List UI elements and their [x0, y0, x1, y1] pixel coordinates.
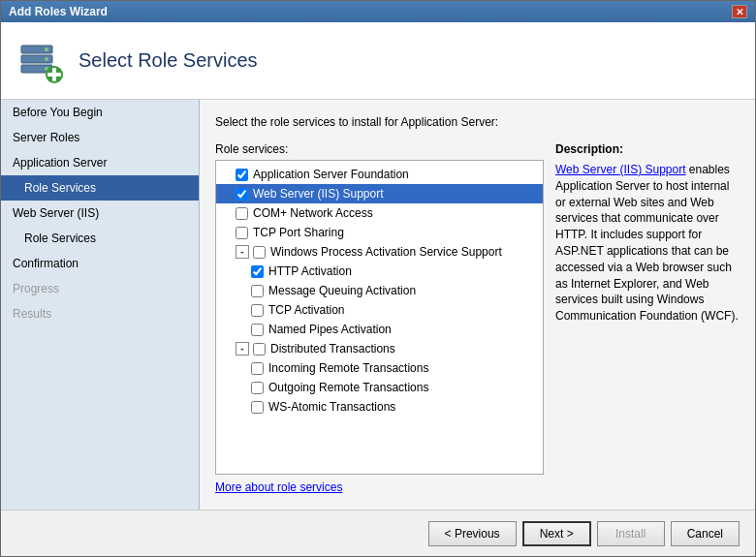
tree-toggle-distributed[interactable]: - — [236, 342, 249, 356]
role-services-label: Role services: — [215, 142, 544, 156]
description-text: Web Server (IIS) Support enables Applica… — [555, 162, 740, 325]
main-content: Before You Begin Server Roles Applicatio… — [1, 100, 755, 510]
list-item-named-pipes[interactable]: Named Pipes Activation — [216, 320, 543, 339]
sidebar-item-results: Results — [1, 301, 199, 326]
svg-point-4 — [45, 57, 48, 61]
label-http-activation: HTTP Activation — [268, 263, 352, 280]
list-item-web-server-iis-support[interactable]: Web Server (IIS) Support — [216, 184, 543, 203]
page-title: Select Role Services — [79, 49, 258, 72]
checkbox-windows-process-activation[interactable] — [253, 246, 266, 259]
sidebar-item-web-server-iis[interactable]: Web Server (IIS) — [1, 201, 199, 226]
list-item-distributed-transactions[interactable]: - Distributed Transactions — [216, 339, 543, 358]
description-label: Description: — [555, 142, 740, 156]
label-outgoing-remote: Outgoing Remote Transactions — [268, 379, 428, 396]
header-panel: Select Role Services — [1, 22, 755, 100]
sidebar-item-before-you-begin[interactable]: Before You Begin — [1, 100, 199, 125]
label-message-queuing: Message Queuing Activation — [268, 282, 416, 299]
title-bar: Add Roles Wizard ✕ — [1, 1, 755, 22]
add-roles-wizard-window: Add Roles Wizard ✕ Select Role Services — [0, 0, 756, 557]
checkbox-app-server-foundation[interactable] — [236, 169, 248, 181]
sidebar-item-server-roles[interactable]: Server Roles — [1, 125, 199, 150]
checkbox-com-network-access[interactable] — [236, 207, 248, 220]
list-item-app-server-foundation[interactable]: Application Server Foundation — [216, 165, 543, 184]
close-button[interactable]: ✕ — [732, 5, 747, 18]
checkbox-named-pipes[interactable] — [251, 324, 264, 336]
list-item-com-network-access[interactable]: COM+ Network Access — [216, 203, 543, 223]
previous-button[interactable]: < Previous — [428, 521, 517, 546]
content-split: Role services: Application Server Founda… — [215, 142, 740, 494]
role-services-list[interactable]: Application Server Foundation Web Server… — [215, 160, 544, 475]
sidebar-item-role-services-2[interactable]: Role Services — [1, 226, 199, 251]
window-title: Add Roles Wizard — [9, 5, 108, 18]
list-item-tcp-port-sharing[interactable]: TCP Port Sharing — [216, 223, 543, 242]
install-button[interactable]: Install — [597, 521, 665, 546]
checkbox-outgoing-remote[interactable] — [251, 382, 264, 394]
next-button[interactable]: Next > — [522, 521, 591, 546]
label-tcp-port-sharing: TCP Port Sharing — [253, 224, 344, 241]
wizard-icon — [16, 37, 65, 85]
checkbox-tcp-port-sharing[interactable] — [236, 227, 248, 239]
sidebar-item-application-server[interactable]: Application Server — [1, 150, 199, 175]
checkbox-web-server-iis-support[interactable] — [236, 188, 248, 201]
checkbox-message-queuing[interactable] — [251, 285, 264, 297]
list-item-outgoing-remote[interactable]: Outgoing Remote Transactions — [216, 378, 543, 397]
svg-rect-8 — [47, 73, 61, 77]
cancel-button[interactable]: Cancel — [671, 521, 740, 546]
label-tcp-activation: TCP Activation — [268, 301, 344, 319]
label-com-network-access: COM+ Network Access — [253, 204, 373, 222]
sidebar-item-role-services[interactable]: Role Services — [1, 175, 199, 201]
more-about-role-services-link[interactable]: More about role services — [215, 480, 544, 494]
description-body: enables Application Server to host inter… — [555, 163, 739, 323]
label-distributed-transactions: Distributed Transactions — [270, 340, 395, 357]
label-web-server-iis-support: Web Server (IIS) Support — [253, 185, 384, 202]
label-app-server-foundation: Application Server Foundation — [253, 166, 409, 183]
list-item-incoming-remote[interactable]: Incoming Remote Transactions — [216, 358, 543, 378]
footer: < Previous Next > Install Cancel — [1, 510, 755, 556]
list-item-message-queuing[interactable]: Message Queuing Activation — [216, 281, 543, 300]
label-ws-atomic: WS-Atomic Transactions — [268, 398, 395, 416]
sidebar-item-progress: Progress — [1, 276, 199, 301]
description-link[interactable]: Web Server (IIS) Support — [555, 163, 686, 176]
svg-point-3 — [45, 47, 48, 51]
label-named-pipes: Named Pipes Activation — [268, 321, 392, 338]
list-item-windows-process-activation[interactable]: - Windows Process Activation Service Sup… — [216, 242, 543, 262]
checkbox-ws-atomic[interactable] — [251, 401, 264, 414]
checkbox-tcp-activation[interactable] — [251, 304, 264, 317]
checkbox-incoming-remote[interactable] — [251, 362, 264, 375]
select-instruction: Select the role services to install for … — [215, 115, 740, 129]
sidebar-item-confirmation[interactable]: Confirmation — [1, 251, 199, 276]
server-add-icon — [17, 38, 64, 84]
label-windows-process-activation: Windows Process Activation Service Suppo… — [270, 243, 502, 261]
checkbox-distributed-transactions[interactable] — [253, 343, 266, 356]
sidebar: Before You Begin Server Roles Applicatio… — [1, 100, 200, 510]
content-area: Select the role services to install for … — [200, 100, 755, 510]
content-description-top: Select the role services to install for … — [215, 115, 740, 135]
checkbox-http-activation[interactable] — [251, 265, 264, 278]
label-incoming-remote: Incoming Remote Transactions — [268, 359, 428, 377]
description-panel: Description: Web Server (IIS) Support en… — [555, 142, 740, 494]
list-item-ws-atomic[interactable]: WS-Atomic Transactions — [216, 397, 543, 417]
list-item-tcp-activation[interactable]: TCP Activation — [216, 300, 543, 320]
role-services-panel: Role services: Application Server Founda… — [215, 142, 544, 494]
list-item-http-activation[interactable]: HTTP Activation — [216, 262, 543, 281]
tree-toggle-windows-process[interactable]: - — [236, 245, 249, 259]
